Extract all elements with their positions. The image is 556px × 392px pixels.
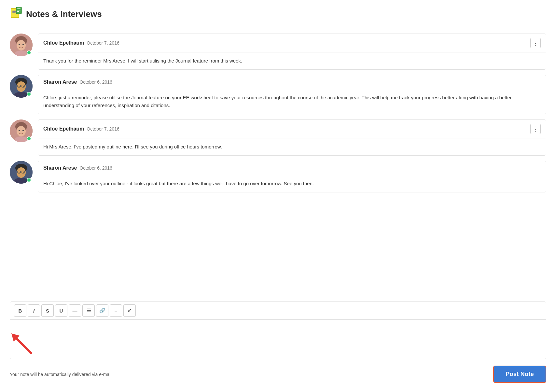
note-author-info: Chloe EpelbaumOctober 7, 2016 bbox=[43, 126, 119, 132]
page-container: Notes & Interviews Chloe EpelbaumOctober… bbox=[0, 0, 556, 392]
note-card: Chloe EpelbaumOctober 7, 2016⋮Hi Mrs Are… bbox=[38, 119, 546, 156]
note-card: Sharon AreseOctober 6, 2016Hi Chloe, I'v… bbox=[38, 161, 546, 192]
note-author: Sharon Arese bbox=[43, 165, 77, 171]
avatar-wrapper bbox=[10, 161, 33, 184]
svg-point-27 bbox=[22, 130, 24, 131]
svg-point-20 bbox=[19, 86, 20, 87]
avatar-wrapper bbox=[10, 75, 33, 98]
note-header: Sharon AreseOctober 6, 2016 bbox=[38, 161, 546, 175]
avatar-wrapper bbox=[10, 119, 33, 142]
svg-rect-3 bbox=[12, 12, 16, 13]
toolbar-align-button[interactable]: ≡ bbox=[110, 304, 122, 317]
svg-point-35 bbox=[19, 172, 20, 173]
toolbar-expand-button[interactable]: ⤢ bbox=[123, 304, 136, 317]
editor-section: BISU—☰🔗≡⤢ bbox=[10, 301, 546, 359]
arrow-svg bbox=[10, 332, 36, 358]
footer-hint: Your note will be automatically delivere… bbox=[10, 372, 113, 377]
post-note-button[interactable]: Post Note bbox=[493, 366, 546, 383]
toolbar-hr-button[interactable]: — bbox=[69, 304, 81, 317]
note-author-info: Chloe EpelbaumOctober 7, 2016 bbox=[43, 40, 119, 46]
note-item: Chloe EpelbaumOctober 7, 2016⋮Hi Mrs Are… bbox=[10, 119, 546, 156]
avatar-wrapper bbox=[10, 34, 33, 56]
svg-line-38 bbox=[16, 338, 31, 353]
svg-point-10 bbox=[17, 40, 26, 50]
svg-point-11 bbox=[19, 44, 20, 45]
note-author: Chloe Epelbaum bbox=[43, 40, 84, 46]
svg-point-36 bbox=[23, 172, 24, 173]
svg-point-21 bbox=[23, 86, 24, 87]
page-title: Notes & Interviews bbox=[26, 9, 102, 19]
svg-point-12 bbox=[22, 44, 24, 45]
toolbar-bold-button[interactable]: B bbox=[14, 304, 26, 317]
note-author-info: Sharon AreseOctober 6, 2016 bbox=[43, 165, 112, 171]
svg-rect-5 bbox=[17, 8, 21, 9]
note-body: Thank you for the reminder Mrs Arese, I … bbox=[38, 52, 546, 69]
note-card: Sharon AreseOctober 6, 2016Chloe, just a… bbox=[38, 75, 546, 114]
note-author: Sharon Arese bbox=[43, 79, 77, 85]
note-body: Hi Chloe, I've looked over your outline … bbox=[38, 175, 546, 192]
toolbar-link-button[interactable]: 🔗 bbox=[96, 304, 108, 317]
toolbar-strikethrough-button[interactable]: S bbox=[41, 304, 54, 317]
note-author-info: Sharon AreseOctober 6, 2016 bbox=[43, 79, 112, 85]
page-header: Notes & Interviews bbox=[10, 7, 546, 27]
svg-rect-7 bbox=[17, 11, 19, 12]
note-body: Chloe, just a reminder, please utilise t… bbox=[38, 89, 546, 114]
note-date: October 6, 2016 bbox=[79, 165, 112, 171]
note-date: October 7, 2016 bbox=[87, 40, 119, 46]
online-indicator bbox=[27, 136, 31, 141]
toolbar-underline-button[interactable]: U bbox=[55, 304, 67, 317]
note-header: Chloe EpelbaumOctober 7, 2016⋮ bbox=[38, 120, 546, 138]
svg-point-31 bbox=[17, 167, 26, 178]
note-header: Chloe EpelbaumOctober 7, 2016⋮ bbox=[38, 34, 546, 52]
note-item: Sharon AreseOctober 6, 2016Chloe, just a… bbox=[10, 75, 546, 114]
page-icon bbox=[10, 7, 22, 21]
footer-bar: Your note will be automatically delivere… bbox=[10, 360, 546, 385]
note-card: Chloe EpelbaumOctober 7, 2016⋮Thank you … bbox=[38, 34, 546, 70]
online-indicator bbox=[27, 178, 31, 182]
toolbar-italic-button[interactable]: I bbox=[28, 304, 40, 317]
note-date: October 6, 2016 bbox=[79, 79, 112, 85]
svg-point-25 bbox=[17, 126, 26, 136]
notes-list: Chloe EpelbaumOctober 7, 2016⋮Thank you … bbox=[10, 34, 546, 295]
svg-rect-6 bbox=[17, 10, 21, 10]
note-body: Hi Mrs Arese, I've posted my outline her… bbox=[38, 138, 546, 155]
note-menu-button[interactable]: ⋮ bbox=[530, 124, 541, 134]
editor-toolbar: BISU—☰🔗≡⤢ bbox=[10, 302, 546, 320]
note-date: October 7, 2016 bbox=[87, 126, 119, 132]
online-indicator bbox=[27, 50, 31, 55]
note-author: Chloe Epelbaum bbox=[43, 126, 84, 132]
online-indicator bbox=[27, 92, 31, 96]
note-item: Chloe EpelbaumOctober 7, 2016⋮Thank you … bbox=[10, 34, 546, 70]
svg-point-16 bbox=[17, 81, 26, 92]
note-item: Sharon AreseOctober 6, 2016Hi Chloe, I'v… bbox=[10, 161, 546, 192]
note-header: Sharon AreseOctober 6, 2016 bbox=[38, 75, 546, 89]
toolbar-list-button[interactable]: ☰ bbox=[82, 304, 95, 317]
note-menu-button[interactable]: ⋮ bbox=[530, 38, 541, 48]
svg-point-26 bbox=[19, 130, 20, 131]
editor-body[interactable] bbox=[10, 320, 546, 359]
